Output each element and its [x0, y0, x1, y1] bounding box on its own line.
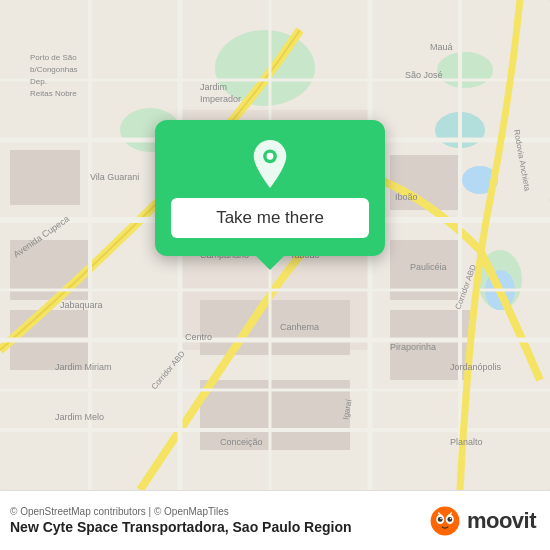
svg-text:Porto de São: Porto de São — [30, 53, 77, 62]
location-pin-icon — [246, 140, 294, 188]
svg-text:Reitas Nobre: Reitas Nobre — [30, 89, 77, 98]
svg-text:Vila Guarani: Vila Guarani — [90, 172, 139, 182]
svg-text:Planalto: Planalto — [450, 437, 483, 447]
svg-text:Conceição: Conceição — [220, 437, 263, 447]
svg-text:Mauá: Mauá — [430, 42, 453, 52]
svg-text:Jardim: Jardim — [200, 82, 227, 92]
take-me-there-button[interactable]: Take me there — [171, 198, 369, 238]
svg-text:Jardim Miriam: Jardim Miriam — [55, 362, 112, 372]
bottom-bar: © OpenStreetMap contributors | © OpenMap… — [0, 490, 550, 550]
moovit-logo: moovit — [429, 505, 536, 537]
svg-point-62 — [267, 153, 274, 160]
svg-text:b/Congonhas: b/Congonhas — [30, 65, 78, 74]
svg-point-66 — [438, 517, 443, 522]
svg-point-63 — [430, 506, 459, 535]
svg-text:Jabaquara: Jabaquara — [60, 300, 103, 310]
map-container: Avenida Cupeca Porto de São b/Congonhas … — [0, 0, 550, 490]
bottom-info: © OpenStreetMap contributors | © OpenMap… — [10, 506, 352, 535]
svg-text:Imperador: Imperador — [200, 94, 241, 104]
svg-text:Centro: Centro — [185, 332, 212, 342]
attribution-text: © OpenStreetMap contributors | © OpenMap… — [10, 506, 352, 517]
svg-text:Paulicéia: Paulicéia — [410, 262, 447, 272]
moovit-owl-icon — [429, 505, 461, 537]
svg-point-69 — [450, 517, 452, 519]
svg-text:Jardim Melo: Jardim Melo — [55, 412, 104, 422]
svg-text:Piraporinha: Piraporinha — [390, 342, 436, 352]
location-name: New Cyte Space Transportadora, Sao Paulo… — [10, 519, 352, 535]
svg-text:São José: São José — [405, 70, 443, 80]
svg-text:Jordanópolis: Jordanópolis — [450, 362, 502, 372]
svg-text:Dep.: Dep. — [30, 77, 47, 86]
svg-point-68 — [440, 517, 442, 519]
svg-rect-21 — [200, 300, 350, 355]
svg-text:Canhema: Canhema — [280, 322, 319, 332]
svg-point-67 — [447, 517, 452, 522]
moovit-brand-text: moovit — [467, 508, 536, 534]
svg-rect-16 — [10, 150, 80, 205]
location-popup: Take me there — [155, 120, 385, 256]
svg-text:Iboão: Iboão — [395, 192, 418, 202]
svg-point-9 — [437, 52, 493, 88]
